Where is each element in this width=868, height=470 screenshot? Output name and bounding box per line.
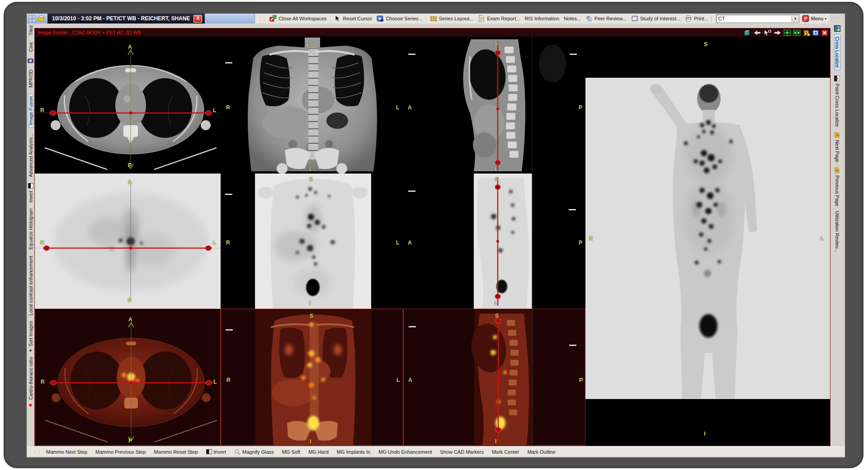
mg-implants-in-button[interactable]: MG Implants In (333, 449, 375, 455)
tab-sort-images[interactable]: Sort Images (28, 321, 33, 347)
mg-undo-enhancement-button[interactable]: MG Undo Enhancement (374, 449, 436, 455)
choose-series-button[interactable]: Choose Series... (374, 14, 425, 23)
tab-cine[interactable]: Cine (28, 42, 33, 52)
study-close-button[interactable]: X (193, 15, 202, 23)
viewer-toolbar (743, 29, 830, 36)
pet-coronal-image (221, 174, 403, 309)
toolbar-separator (712, 15, 712, 22)
tab-previous-page[interactable]: Previous Page (835, 175, 840, 206)
ct-coronal-panel[interactable]: S I R L (221, 37, 403, 174)
study-of-interest-button[interactable]: Study of Interest... (629, 14, 683, 23)
print-label: Print... (694, 16, 708, 21)
mg-soft-label: MG Soft (282, 449, 300, 455)
pet-mip-panel[interactable]: S R L I (585, 37, 830, 446)
fusion-sagittal-panel[interactable]: S I A P (403, 309, 585, 446)
layout-dual-icon[interactable] (793, 29, 801, 36)
mg-hard-label: MG Hard (308, 449, 329, 455)
pet-axial-panel[interactable]: A P R L (35, 174, 221, 309)
mammo-previous-step-label: Mammo Previous Step (95, 449, 146, 455)
connector-tool-icon[interactable] (802, 29, 810, 36)
invert-icon (206, 449, 212, 455)
tab-image-fusion[interactable]: Image Fusion (28, 94, 34, 128)
tab-cardio-thoracic-ratio[interactable]: Cardio-thoracic ratio (28, 357, 33, 400)
exam-report-button[interactable]: Exam Report... (476, 14, 522, 23)
magnify-glass-label: Magnify Glass (242, 449, 274, 455)
mark-outline-button[interactable]: Mark Outline (523, 449, 559, 455)
ct-sagittal-panel[interactable]: S I A P (403, 37, 585, 174)
exam-report-label: Exam Report... (487, 16, 520, 21)
magnify-glass-icon (234, 449, 241, 455)
peer-review-label: Peer Review... (594, 16, 627, 21)
ct-coronal-image (221, 37, 403, 174)
close-all-workspaces-button[interactable]: Close All Workspaces (267, 14, 329, 23)
series-banner: Image Fusion - CTAC BODY + PET AC 2D WB (35, 28, 830, 37)
modality-combobox[interactable]: CT ▼ (716, 14, 799, 23)
combobox-dropdown-arrow[interactable]: ▼ (792, 15, 799, 22)
reset-cursor-button[interactable]: Reset Cursor (332, 14, 375, 23)
pet-coronal-panel[interactable]: S I R L (221, 174, 403, 309)
tab-invert[interactable]: Invert (28, 191, 33, 202)
study-title: 10/3/2010 - 3:02 PM - PET/CT WB - REICHE… (52, 15, 190, 22)
tab-tiled[interactable]: Tiled (28, 25, 33, 35)
toolbar-separator (426, 15, 427, 22)
tab-equalize-histogram[interactable]: Equalize Histogram (28, 208, 33, 249)
mark-center-label: Mark Center (492, 449, 519, 455)
study-of-interest-label: Study of Interest... (640, 16, 680, 21)
series-layout-label: Series Layout... (439, 16, 473, 21)
app-window: 10/3/2010 - 3:02 PM - PET/CT WB - REICHE… (27, 14, 845, 457)
notes-label: Notes... (564, 16, 581, 21)
mg-hard-button[interactable]: MG Hard (304, 449, 333, 455)
cube-3d-icon[interactable] (743, 29, 751, 36)
next-arrow-icon[interactable] (774, 29, 782, 36)
restore-window-icon[interactable] (812, 29, 819, 36)
fusion-coronal-panel[interactable]: S I R L (221, 309, 403, 446)
pet-axial-image (35, 174, 221, 309)
mg-implants-in-label: MG Implants In (337, 449, 371, 455)
study-of-interest-icon (631, 15, 638, 22)
mammo-reset-step-label: Mammo Reset Step (154, 449, 198, 455)
study-title-bar[interactable]: 10/3/2010 - 3:02 PM - PET/CT WB - REICHE… (47, 14, 205, 24)
invert-icon (28, 183, 33, 188)
show-cad-markers-button[interactable]: Show CAD Markers (436, 449, 488, 455)
ct-axial-panel[interactable]: A P R L (35, 37, 221, 174)
menu-label: Menu (811, 16, 824, 21)
invert-button[interactable]: Invert (202, 448, 231, 455)
tab-local-contrast-enhancement[interactable]: Local contrast enhancement (28, 256, 33, 315)
tab-advanced-analysis[interactable]: Advanced Analysis... (28, 133, 33, 177)
tab-next-page[interactable]: Next Page (835, 140, 840, 162)
pet-sagittal-panel[interactable]: S I A P (403, 174, 585, 309)
heart-icon: ♥ (29, 403, 33, 408)
close-viewer-icon[interactable] (821, 29, 828, 36)
screen: 10/3/2010 - 3:02 PM - PET/CT WB - REICHE… (0, 0, 868, 470)
choose-series-icon (377, 15, 384, 22)
mammo-reset-step-button[interactable]: Mammo Reset Step (150, 449, 202, 455)
peer-review-icon (585, 15, 593, 22)
series-layout-button[interactable]: Series Layout... (428, 14, 476, 23)
fusion-axial-panel[interactable]: A P R L (35, 309, 221, 446)
cursor-icon (334, 15, 341, 22)
mark-center-button[interactable]: Mark Center (488, 449, 524, 455)
reset-cursor-icon[interactable] (763, 29, 772, 36)
ris-information-button[interactable]: RIS Information (523, 15, 561, 22)
print-button[interactable]: Print... (683, 14, 711, 23)
tab-point-cross-localize[interactable]: Point Cross Localize (835, 84, 840, 127)
tab-cross-localize[interactable]: Cross Localize (834, 34, 840, 70)
mg-soft-button[interactable]: MG Soft (278, 449, 304, 455)
mammo-next-step-button[interactable]: Mammo Next Step (42, 449, 91, 455)
mammo-previous-step-button[interactable]: Mammo Previous Step (91, 449, 150, 455)
magnify-glass-button[interactable]: Magnify Glass (230, 448, 278, 456)
modality-combobox-value: CT (718, 16, 725, 21)
invert-label: Invert (214, 449, 226, 455)
sort-images-marker-icon (29, 349, 32, 352)
tab-utilization-review[interactable]: Utilization Review... (835, 211, 840, 252)
fusion-sagittal-image (404, 309, 585, 446)
peer-review-button[interactable]: Peer Review... (583, 14, 629, 23)
image-viewer: Image Fusion - CTAC BODY + PET AC 2D WB (34, 28, 830, 446)
layout-cross-icon[interactable] (783, 29, 791, 36)
cine-icon (28, 58, 33, 64)
notes-button[interactable]: Notes... (561, 15, 583, 22)
menu-button[interactable]: Menu ▾ (809, 16, 829, 21)
fusion-coronal-image (221, 309, 403, 446)
previous-arrow-icon[interactable] (753, 29, 761, 36)
tab-mpr-3d[interactable]: MPR/3D (28, 70, 33, 88)
